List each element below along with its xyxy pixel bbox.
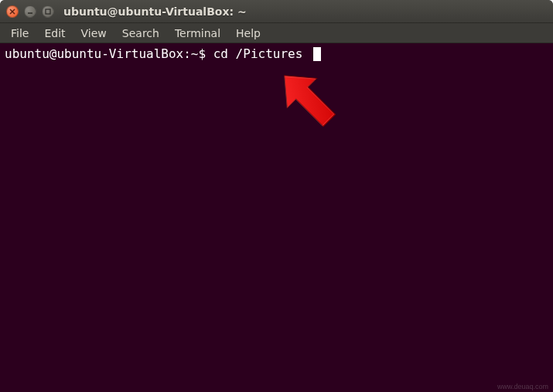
maximize-icon — [45, 9, 51, 15]
menu-view[interactable]: View — [73, 25, 114, 42]
terminal-output[interactable]: ubuntu@ubuntu-VirtualBox:~$ cd /Pictures — [0, 43, 553, 392]
window-controls — [6, 5, 54, 18]
menu-file[interactable]: File — [3, 25, 36, 42]
menubar: File Edit View Search Terminal Help — [0, 23, 553, 43]
titlebar[interactable]: ubuntu@ubuntu-VirtualBox: ~ — [0, 0, 553, 23]
menu-terminal[interactable]: Terminal — [167, 25, 228, 42]
shell-prompt: ubuntu@ubuntu-VirtualBox:~$ — [5, 46, 213, 63]
close-button[interactable] — [6, 5, 19, 18]
terminal-window: ubuntu@ubuntu-VirtualBox: ~ File Edit Vi… — [0, 0, 553, 392]
svg-rect-3 — [46, 9, 50, 14]
terminal-line: ubuntu@ubuntu-VirtualBox:~$ cd /Pictures — [5, 46, 548, 63]
menu-search[interactable]: Search — [114, 25, 167, 42]
typed-command: cd /Pictures — [213, 46, 303, 63]
menu-edit[interactable]: Edit — [36, 25, 73, 42]
close-icon — [9, 9, 15, 15]
maximize-button[interactable] — [42, 5, 54, 18]
minimize-button[interactable] — [24, 5, 36, 18]
window-title: ubuntu@ubuntu-VirtualBox: ~ — [63, 5, 247, 18]
watermark: www.deuaq.com — [497, 383, 548, 390]
minimize-icon — [27, 9, 33, 15]
cursor — [313, 47, 321, 61]
menu-help[interactable]: Help — [228, 25, 268, 42]
